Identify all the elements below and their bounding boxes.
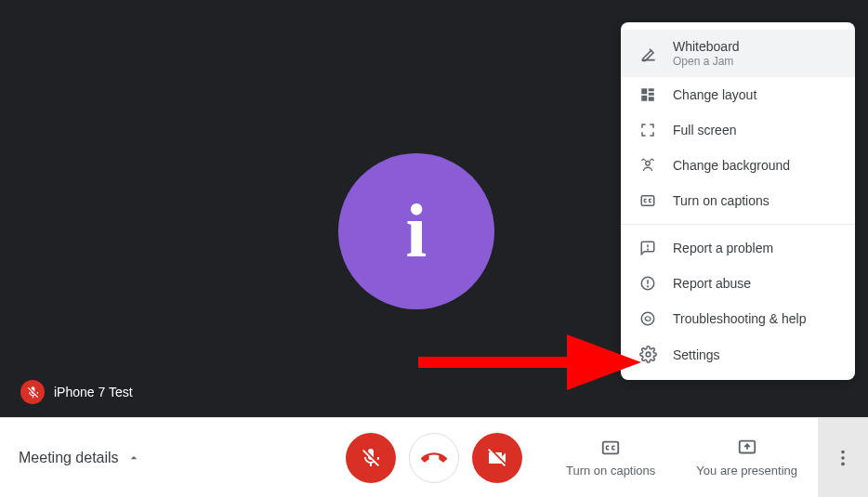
camera-off-button[interactable] <box>472 433 522 483</box>
captions-icon <box>600 438 621 458</box>
layout-icon <box>638 86 658 103</box>
avatar-letter: i <box>406 193 427 269</box>
gear-icon <box>638 346 658 363</box>
mic-muted-icon <box>20 380 45 404</box>
more-vert-icon <box>833 448 853 468</box>
menu-label: Troubleshooting & help <box>673 311 838 326</box>
menu-item-captions[interactable]: Turn on captions <box>621 183 855 218</box>
menu-label: Turn on captions <box>673 193 838 208</box>
more-options-menu: Whiteboard Open a Jam Change layout Full… <box>621 22 855 380</box>
menu-label: Whiteboard <box>673 39 838 54</box>
svg-point-7 <box>641 312 654 325</box>
chevron-up-icon <box>126 451 141 465</box>
menu-label: Change background <box>673 158 838 173</box>
right-controls: Turn on captions You are presenting <box>546 418 868 498</box>
avatar: i <box>338 153 494 309</box>
call-controls <box>346 433 522 483</box>
meeting-details-label: Meeting details <box>19 450 119 466</box>
troubleshoot-icon <box>638 310 658 327</box>
menu-item-report-problem[interactable]: Report a problem <box>621 230 855 266</box>
mute-mic-button[interactable] <box>346 433 396 483</box>
menu-item-background[interactable]: Change background <box>621 148 855 183</box>
abuse-icon <box>638 275 658 292</box>
menu-item-settings[interactable]: Settings <box>621 336 855 373</box>
svg-point-0 <box>646 162 651 166</box>
bottom-bar: Meeting details Turn on captions You are… <box>0 417 868 497</box>
captions-label: Turn on captions <box>566 464 655 477</box>
camera-off-icon <box>486 447 508 469</box>
captions-icon <box>638 192 658 209</box>
participant-name: iPhone 7 Test <box>54 385 133 399</box>
more-options-button[interactable] <box>818 418 868 498</box>
menu-item-fullscreen[interactable]: Full screen <box>621 112 855 148</box>
menu-label: Report abuse <box>673 276 838 291</box>
menu-label: Settings <box>673 347 838 362</box>
svg-point-8 <box>646 352 651 357</box>
svg-point-3 <box>648 249 649 250</box>
feedback-icon <box>638 240 658 256</box>
menu-item-troubleshoot[interactable]: Troubleshooting & help <box>621 301 855 336</box>
menu-item-whiteboard[interactable]: Whiteboard Open a Jam <box>621 30 855 77</box>
menu-sublabel: Open a Jam <box>673 55 838 68</box>
menu-label: Report a problem <box>673 241 838 255</box>
svg-rect-11 <box>603 442 619 454</box>
presenting-button[interactable]: You are presenting <box>676 418 818 498</box>
present-icon <box>737 438 757 458</box>
menu-item-report-abuse[interactable]: Report abuse <box>621 266 855 301</box>
turn-on-captions-button[interactable]: Turn on captions <box>546 418 676 498</box>
pencil-icon <box>638 45 658 62</box>
menu-label: Full screen <box>673 123 838 137</box>
participant-badge: iPhone 7 Test <box>20 380 133 404</box>
svg-point-6 <box>648 286 649 287</box>
svg-rect-1 <box>641 196 654 206</box>
svg-point-15 <box>841 462 845 465</box>
hangup-icon <box>421 445 447 471</box>
background-icon <box>638 157 658 174</box>
presenting-label: You are presenting <box>696 464 797 477</box>
fullscreen-icon <box>638 122 658 138</box>
meeting-details-button[interactable]: Meeting details <box>19 450 141 466</box>
hang-up-button[interactable] <box>409 433 459 483</box>
svg-point-13 <box>841 450 845 453</box>
mic-off-icon <box>360 447 382 469</box>
svg-point-14 <box>841 456 845 460</box>
menu-label: Change layout <box>673 87 838 102</box>
menu-item-layout[interactable]: Change layout <box>621 77 855 112</box>
menu-divider <box>621 224 855 225</box>
